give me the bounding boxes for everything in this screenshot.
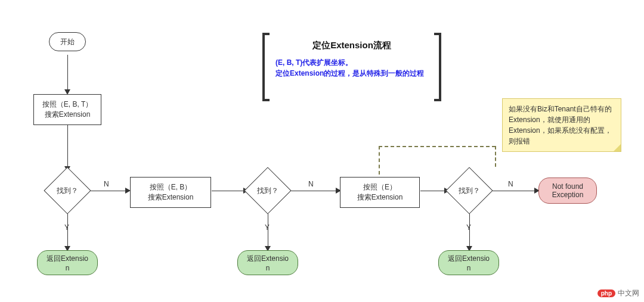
term-line: n: [448, 264, 490, 272]
note-text: 如果没有Biz和Tenant自己特有的Extension，就使用通用的Exten…: [509, 105, 612, 145]
process-search-e: 按照（E） 搜索Extension: [340, 177, 420, 208]
start-node: 开始: [49, 32, 86, 51]
annotation-note: 如果没有Biz和Tenant自己特有的Extension，就使用通用的Exten…: [502, 98, 621, 152]
info-line: (E, B, T)代表扩展坐标。: [275, 57, 428, 68]
edge-label-no: N: [104, 180, 109, 188]
watermark: php 中文网: [597, 288, 639, 298]
decision-label: 找到？: [244, 186, 292, 196]
process-line: 搜索Extension: [148, 192, 194, 203]
process-line: 按照（E, B, T）: [42, 99, 92, 110]
connector: [89, 191, 126, 191]
note-connector: [495, 146, 496, 167]
connector: [67, 55, 68, 91]
info-title: 定位Extension流程: [275, 40, 428, 51]
info-line: 定位Extension的过程，是从特殊到一般的过程: [275, 68, 428, 79]
note-connector: [379, 146, 380, 175]
note-connector: [379, 146, 496, 147]
return-extension-3: 返回Extensio n: [438, 250, 499, 275]
connector: [212, 191, 244, 191]
process-search-eb: 按照（E, B） 搜索Extension: [130, 177, 211, 208]
connector: [289, 191, 337, 191]
edge-label-yes: Y: [466, 223, 471, 232]
decision-label: 找到？: [44, 186, 91, 196]
term-line: Not found: [552, 182, 584, 191]
decision-found-2: 找到？: [244, 167, 292, 214]
watermark-badge: php: [597, 289, 615, 297]
term-line: 返回Extensio: [247, 254, 289, 264]
connector: [420, 191, 445, 191]
process-search-ebt: 按照（E, B, T） 搜索Extension: [33, 94, 101, 125]
edge-label-yes: Y: [265, 223, 270, 232]
term-line: 返回Extensio: [448, 254, 490, 264]
decision-label: 找到？: [445, 186, 493, 196]
watermark-text: 中文网: [618, 288, 639, 298]
edge-label-no: N: [308, 180, 314, 188]
bracket-left-icon: [262, 33, 270, 101]
edge-label-yes: Y: [64, 223, 69, 232]
term-line: n: [247, 264, 289, 272]
error-not-found: Not found Exception: [538, 178, 597, 204]
edge-label-no: N: [508, 180, 513, 188]
start-label: 开始: [60, 37, 75, 47]
info-panel: 定位Extension流程 (E, B, T)代表扩展坐标。 定位Extensi…: [262, 33, 441, 101]
bracket-right-icon: [434, 33, 441, 101]
return-extension-1: 返回Extensio n: [37, 250, 98, 275]
process-line: 按照（E）: [357, 182, 403, 192]
process-line: 按照（E, B）: [148, 182, 194, 192]
connector: [67, 123, 68, 167]
process-line: 搜索Extension: [42, 110, 92, 120]
term-line: Exception: [552, 191, 584, 199]
term-line: 返回Extensio: [47, 254, 88, 264]
decision-found-1: 找到？: [44, 167, 91, 214]
process-line: 搜索Extension: [357, 192, 403, 203]
return-extension-2: 返回Extensio n: [237, 250, 298, 275]
connector: [491, 191, 535, 191]
decision-found-3: 找到？: [445, 167, 493, 214]
term-line: n: [47, 264, 88, 272]
